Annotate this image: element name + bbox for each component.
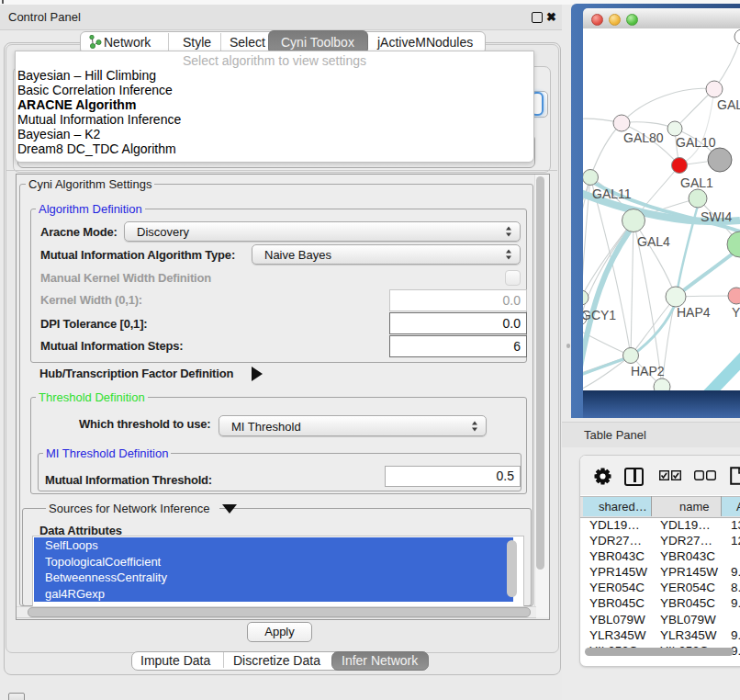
svg-text:GAL80: GAL80	[623, 130, 664, 145]
svg-text:HAP2: HAP2	[631, 364, 665, 378]
svg-text:Y: Y	[732, 305, 740, 320]
svg-text:GAL1: GAL1	[680, 175, 713, 190]
svg-text:SWI4: SWI4	[701, 209, 732, 224]
svg-text:GAL8: GAL8	[717, 97, 740, 112]
svg-text:HAP4: HAP4	[677, 305, 711, 320]
svg-text:GAL4: GAL4	[637, 234, 670, 249]
svg-text:GAL11: GAL11	[592, 186, 632, 201]
svg-text:GAL10: GAL10	[676, 135, 716, 150]
svg-text:GCY1: GCY1	[583, 308, 616, 322]
